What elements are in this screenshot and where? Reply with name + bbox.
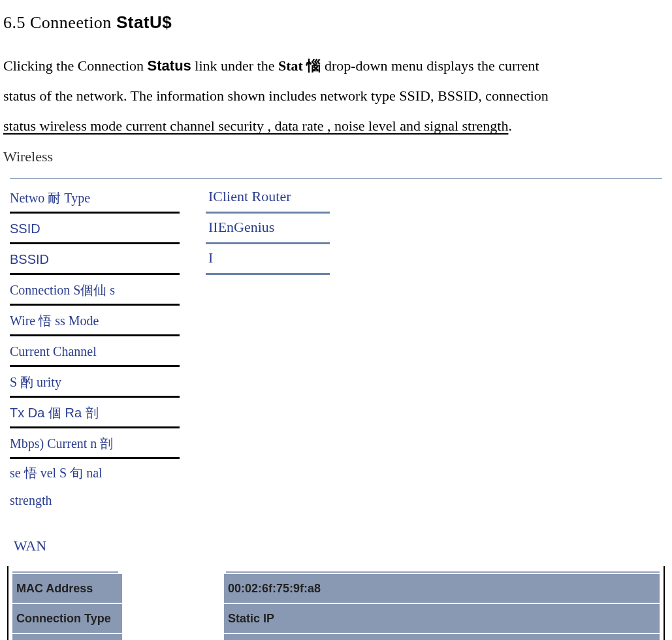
wan-label: Connection Status [12,633,123,640]
wireless-label: Mbps) Current n 剖 [10,428,180,458]
marker: II [208,214,218,241]
wireless-label: Connection S個仙 s [10,274,180,305]
wan-value: Static IP [224,603,660,633]
wireless-value: IIEnGenius [206,213,330,244]
marker: I [208,244,213,272]
marker: I [208,183,213,210]
wireless-heading: Wireless [3,143,669,170]
wireless-label: Tx Da 個 Ra 剖 [10,397,180,428]
wireless-label: Wire 悟 ss Mode [10,305,180,336]
wireless-label: BSSID [10,244,180,274]
section-number: 6.5 [3,13,25,32]
section-title-sub: StatU$ [116,12,172,32]
wireless-label: SSID [10,213,180,244]
table-row: Connection StatusDown [12,633,660,640]
wireless-value [206,428,330,458]
table-row: MAC Address00:02:6f:75:9f:a8 [12,574,660,603]
wireless-value: IClient Router [206,183,330,213]
wan-label: MAC Address [12,574,123,603]
wan-topline [12,571,660,573]
wireless-value [206,397,330,428]
wireless-value [206,305,330,336]
paragraph-line-3: status wireless mode current channel sec… [3,112,669,140]
value-text: Client Router [213,183,291,210]
wireless-label: Netwo 耐 Type [10,183,180,213]
wan-panel: MAC Address00:02:6f:75:9f:a8Connection T… [7,566,665,640]
wireless-extra: se 悟 vel S 旬 nalstrength [10,459,180,514]
section-title-main: Conneetion [30,13,112,32]
wireless-extra-label: strength [10,487,180,514]
wireless-divider [10,178,662,179]
table-row: Connection TypeStatic IP [12,603,660,633]
wireless-value [206,366,330,397]
section-title: 6.5 Conneetion StatU$ [3,7,669,39]
wireless-value [206,274,330,305]
wireless-value: I [206,244,330,274]
wireless-label: S 酌 urity [10,366,180,397]
wireless-table: Netwo 耐 TypeIClient RouterSSIDIIEnGenius… [10,183,330,459]
paragraph-line-2: status of the network. The information s… [3,82,669,110]
wan-label: Connection Type [12,603,123,633]
wan-value: Down [224,633,660,640]
wan-value: 00:02:6f:75:9f:a8 [224,574,660,603]
paragraph-line-1: Clicking the Connection Status link unde… [3,52,669,80]
wireless-label: Current Channel [10,336,180,366]
wireless-extra-label: se 悟 vel S 旬 nal [10,459,180,487]
wan-table: MAC Address00:02:6f:75:9f:a8Connection T… [12,574,660,640]
value-text: EnGenius [218,214,275,241]
wan-heading: WAN [14,532,669,560]
wireless-value [206,336,330,366]
